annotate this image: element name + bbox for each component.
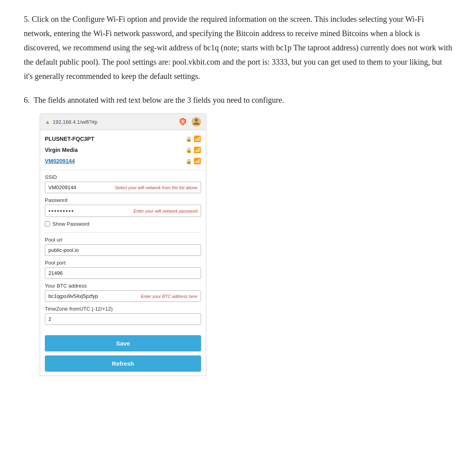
wifi-panel: ▲ 192.168.4.1/wifi?#p PLUSNET-FQC3PT [40, 113, 206, 376]
step6-number: 6. [24, 96, 30, 104]
wifi-header-bar: ▲ 192.168.4.1/wifi?#p [40, 114, 206, 130]
lock-icon-1: 🔒 [186, 136, 192, 142]
pool-url-value: public-pool.io [48, 247, 79, 253]
pool-url-field-container[interactable]: public-pool.io [45, 244, 201, 256]
password-label: Password [45, 197, 201, 203]
timezone-label: TimeZone fromUTC (-12/+12) [45, 306, 201, 312]
password-field-container[interactable]: ••••••••• Enter your wifi network passwo… [45, 205, 201, 217]
network-signal-2: 🔒 📶 [186, 146, 201, 154]
ssid-field-container[interactable]: VM0209144 Select your wifi network from … [45, 182, 201, 193]
form-divider [45, 232, 201, 233]
pool-url-label: Pool url [45, 237, 201, 243]
wifi-config-form: SSID VM0209144 Select your wifi network … [40, 170, 206, 376]
network-name-2: Virgin Media [45, 147, 78, 153]
save-button[interactable]: Save [45, 335, 201, 351]
svg-point-3 [183, 120, 184, 121]
network-signal-3: 🔒 📶 [186, 157, 201, 165]
network-signal-1: 🔒 📶 [186, 135, 201, 142]
lock-icon-2: 🔒 [186, 147, 192, 153]
step6-text: The fields annotated with red text below… [34, 96, 284, 104]
svg-point-2 [182, 120, 182, 121]
pool-port-value: 21496 [48, 270, 63, 276]
network-item-2: Virgin Media 🔒 📶 [45, 144, 201, 155]
btc-address-label: Your BTC address [45, 283, 201, 289]
btc-address-field-container[interactable]: bc1qgxu9v54xj5pzfyp Enter your BTC addre… [45, 290, 201, 302]
network-item-1: PLUSNET-FQC3PT 🔒 📶 [45, 133, 201, 144]
ssid-value: VM0209144 [48, 184, 76, 190]
timezone-field-container[interactable]: 2 [45, 313, 201, 325]
ssid-hint: Select your wifi network from the list a… [115, 185, 198, 190]
step6-header: 6. The fields annotated with red text be… [24, 93, 452, 107]
address-bar-text: 192.168.4.1/wifi?#p [53, 119, 98, 125]
btc-address-value: bc1qgxu9v54xj5pzfyp [48, 293, 98, 299]
header-icons [178, 117, 201, 127]
network-name-3[interactable]: VM0209144 [45, 158, 75, 164]
show-password-row[interactable]: Show Password [45, 221, 201, 227]
ssid-label: SSID [45, 174, 201, 180]
pool-port-label: Pool port [45, 260, 201, 266]
pool-port-field-container[interactable]: 21496 [45, 267, 201, 279]
signal-bars-3: 📶 [194, 157, 201, 165]
show-password-label: Show Password [52, 221, 89, 227]
network-item-3[interactable]: VM0209144 🔒 📶 [45, 155, 201, 167]
timezone-value: 2 [48, 316, 51, 322]
step5-text: 5. Click on the Configure Wi-Fi option a… [24, 12, 452, 83]
brave-browser-icon [178, 117, 188, 127]
network-name-1: PLUSNET-FQC3PT [45, 136, 94, 142]
password-value: ••••••••• [48, 207, 74, 214]
refresh-button[interactable]: Refresh [45, 355, 201, 372]
password-hint: Enter your wifi network password [134, 209, 198, 213]
warning-icon: ▲ [45, 119, 50, 125]
address-bar-area: ▲ 192.168.4.1/wifi?#p [45, 119, 98, 125]
profile-icon [192, 117, 201, 127]
network-list: PLUSNET-FQC3PT 🔒 📶 Virgin Media 🔒 📶 VM02… [40, 130, 206, 170]
signal-bars-2: 📶 [194, 146, 201, 154]
signal-bars-1: 📶 [194, 135, 201, 142]
btc-address-hint: Enter your BTC address here [141, 294, 198, 299]
lock-icon-3: 🔒 [186, 158, 192, 164]
show-password-checkbox[interactable] [45, 221, 50, 226]
